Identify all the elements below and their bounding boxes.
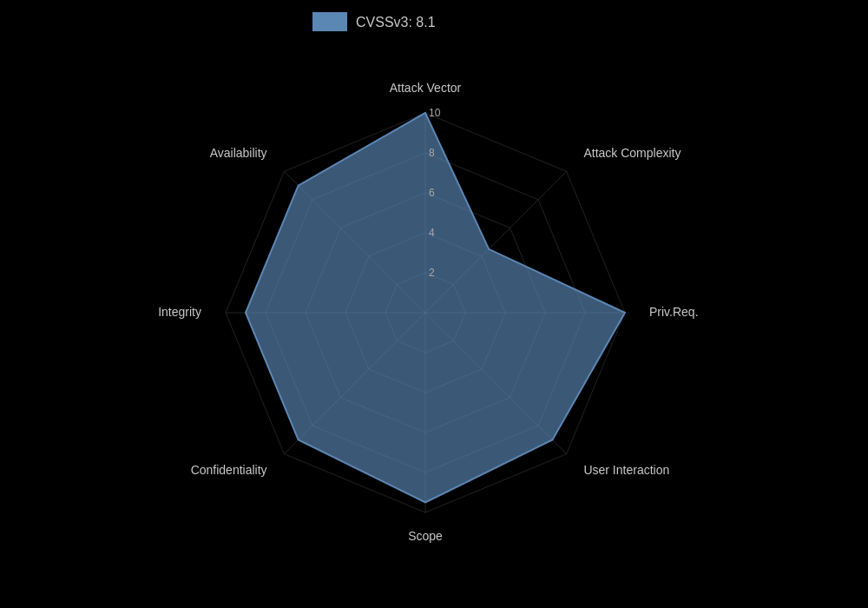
- svg-text:User Interaction: User Interaction: [583, 463, 669, 477]
- svg-text:Attack Complexity: Attack Complexity: [583, 146, 681, 160]
- svg-text:8: 8: [429, 147, 435, 159]
- chart-container: Attack VectorAttack ComplexityPriv.Req.U…: [0, 0, 868, 608]
- svg-text:Attack Vector: Attack Vector: [390, 81, 462, 95]
- svg-text:10: 10: [429, 107, 441, 119]
- svg-text:4: 4: [429, 227, 435, 239]
- radar-chart: Attack VectorAttack ComplexityPriv.Req.U…: [0, 0, 868, 608]
- svg-text:CVSSv3: 8.1: CVSSv3: 8.1: [356, 15, 436, 30]
- svg-text:Scope: Scope: [408, 529, 443, 543]
- svg-text:2: 2: [429, 267, 435, 279]
- svg-text:6: 6: [429, 187, 435, 199]
- svg-text:Availability: Availability: [210, 146, 267, 160]
- svg-rect-27: [312, 12, 347, 31]
- svg-marker-13: [246, 113, 625, 503]
- svg-text:Priv.Req.: Priv.Req.: [649, 305, 699, 319]
- svg-text:Confidentiality: Confidentiality: [191, 463, 267, 477]
- svg-text:Integrity: Integrity: [158, 305, 201, 319]
